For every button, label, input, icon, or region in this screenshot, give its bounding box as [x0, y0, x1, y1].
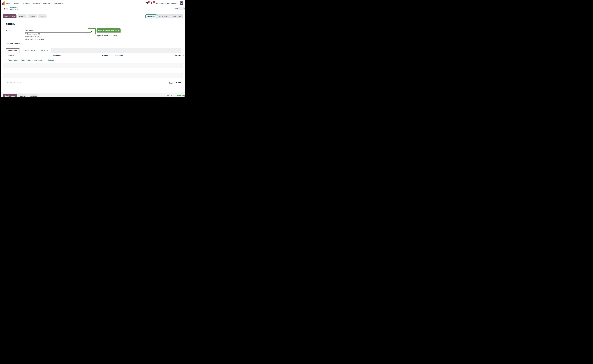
customer-label: Customer [6, 30, 13, 32]
new-button[interactable]: New [3, 7, 9, 11]
notebook-tabs: Order Lines Optional Products Other Info [6, 48, 181, 53]
activities-badge: 5 [153, 1, 155, 3]
column-quantity: Quantity [102, 54, 108, 56]
breadcrumb-current: S00026 [10, 9, 16, 11]
total-value: $ 0.00 [176, 82, 181, 84]
annotation-callout: After Applying The Rule [97, 28, 120, 32]
attachment-paperclip-icon[interactable] [167, 95, 169, 97]
tab-other-info[interactable]: Other Info [38, 48, 51, 53]
status-step-quotation[interactable]: Quotation [145, 14, 156, 18]
main-menu: Orders To Invoice Products Reporting Con… [14, 2, 63, 4]
optional-columns-icon[interactable] [183, 54, 185, 57]
user-avatar[interactable] [180, 1, 183, 5]
total-separator [167, 80, 185, 80]
cancel-button[interactable]: Cancel [38, 14, 47, 18]
log-note-button[interactable]: Log note [18, 94, 28, 97]
empty-row [3, 73, 183, 78]
add-a-product-link[interactable]: Add a product [8, 59, 18, 61]
quotation-template-label: Quotation Template [6, 43, 20, 45]
customer-dropdown-box[interactable] [88, 28, 96, 34]
company-switcher[interactable]: My Company (San Francisco) [156, 2, 177, 4]
pager-counter: 1 / 1 [175, 8, 178, 9]
page-title: S00026 [6, 22, 17, 26]
messages-badge: 4 [148, 1, 150, 3]
terms-and-conditions-field[interactable]: Terms and conditions... [7, 82, 23, 83]
send-message-button[interactable]: Send message [3, 94, 17, 97]
tab-order-lines[interactable]: Order Lines [6, 48, 20, 53]
followers-icon[interactable] [171, 95, 173, 97]
order-lines-links: Add a product Add a section Add a note C… [6, 58, 185, 63]
app-name[interactable]: Sales [7, 2, 11, 4]
add-a-section-link[interactable]: Add a section [21, 59, 31, 61]
menu-to-invoice[interactable]: To Invoice [23, 2, 30, 4]
menu-orders[interactable]: Orders [14, 2, 19, 4]
customer-address-line: United States – US12345673 [25, 38, 46, 40]
follower-count: 1 [173, 94, 174, 96]
navbar: Sales Orders To Invoice Products Reporti… [1, 0, 185, 6]
column-product: Product [8, 54, 14, 56]
customer-address-line: 77 Santa Barbara Rd [25, 33, 40, 35]
pager-next-button[interactable] [182, 7, 185, 10]
catalog-link[interactable]: Catalog [48, 59, 54, 61]
confirm-button[interactable]: Confirm [18, 14, 27, 18]
column-description: Description [53, 54, 61, 56]
tab-optional-products[interactable]: Optional Products [20, 48, 38, 53]
messages-icon[interactable]: 4 [146, 2, 149, 4]
status-step-sales-order[interactable]: Sales Order [169, 14, 183, 18]
breadcrumb-quotations-link[interactable]: Quotations [10, 7, 18, 9]
preview-button[interactable]: Preview [28, 14, 37, 18]
total-label: Total: [169, 82, 173, 84]
following-button[interactable]: Following [177, 95, 185, 97]
payment-terms-label: Payment Terms [97, 35, 108, 37]
customer-address-line: Pleasant Hill CA 94523 [25, 36, 41, 38]
statusbar: Quotation Quotation Sent Sales Order [145, 14, 183, 18]
menu-reporting[interactable]: Reporting [43, 2, 50, 4]
menu-configuration[interactable]: Configuration [54, 2, 63, 4]
pager-previous-button[interactable] [179, 7, 182, 10]
sales-app-logo-icon[interactable] [2, 1, 5, 5]
send-by-email-button[interactable]: Send by Email [3, 14, 16, 18]
activities-button[interactable]: Activities [29, 94, 39, 97]
activities-clock-icon[interactable]: 5 [151, 2, 154, 4]
empty-row [3, 63, 183, 68]
breadcrumb: Quotations S00026 ⚙ [10, 7, 18, 11]
search-messages-icon[interactable] [164, 95, 166, 97]
column-taxes: Taxes [119, 54, 123, 56]
add-a-note-link[interactable]: Add a note [34, 59, 42, 61]
app-window: Sales Orders To Invoice Products Reporti… [1, 0, 185, 97]
gear-icon[interactable]: ⚙ [17, 9, 18, 11]
payment-terms-field[interactable]: 30 Days [111, 35, 117, 37]
order-lines-header: Product Description Quantity Unit Price … [6, 54, 185, 57]
action-buttons: Send by Email Confirm Preview Cancel [3, 14, 47, 18]
customer-field[interactable]: Deco Addict [25, 30, 33, 32]
divider [1, 19, 185, 19]
menu-products[interactable]: Products [33, 2, 40, 4]
column-tax-excl: Tax excl. [175, 54, 181, 56]
chevron-down-icon [91, 31, 92, 32]
customer-input-underline[interactable] [25, 32, 91, 32]
